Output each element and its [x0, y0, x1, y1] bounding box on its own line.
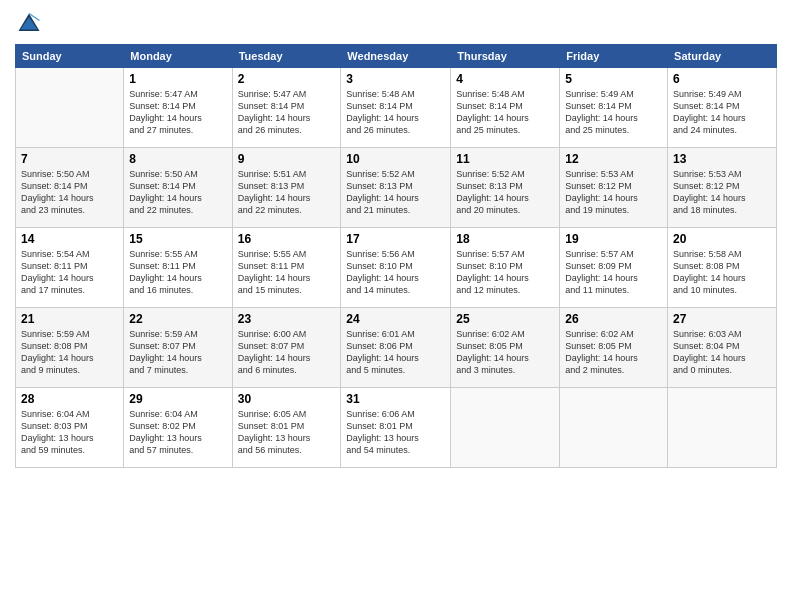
calendar-day-cell: 1Sunrise: 5:47 AMSunset: 8:14 PMDaylight…: [124, 68, 232, 148]
calendar-day-cell: 27Sunrise: 6:03 AMSunset: 8:04 PMDayligh…: [668, 308, 777, 388]
calendar-day-cell: 9Sunrise: 5:51 AMSunset: 8:13 PMDaylight…: [232, 148, 341, 228]
calendar-day-cell: 10Sunrise: 5:52 AMSunset: 8:13 PMDayligh…: [341, 148, 451, 228]
day-number: 28: [21, 392, 118, 406]
calendar-day-cell: 30Sunrise: 6:05 AMSunset: 8:01 PMDayligh…: [232, 388, 341, 468]
calendar-day-cell: [16, 68, 124, 148]
day-number: 12: [565, 152, 662, 166]
day-number: 7: [21, 152, 118, 166]
weekday-header-cell: Wednesday: [341, 45, 451, 68]
page-header: [15, 10, 777, 38]
day-info: Sunrise: 6:04 AMSunset: 8:03 PMDaylight:…: [21, 408, 118, 457]
calendar-day-cell: 20Sunrise: 5:58 AMSunset: 8:08 PMDayligh…: [668, 228, 777, 308]
day-number: 21: [21, 312, 118, 326]
day-info: Sunrise: 5:57 AMSunset: 8:10 PMDaylight:…: [456, 248, 554, 297]
day-number: 8: [129, 152, 226, 166]
calendar-day-cell: 21Sunrise: 5:59 AMSunset: 8:08 PMDayligh…: [16, 308, 124, 388]
calendar-day-cell: 23Sunrise: 6:00 AMSunset: 8:07 PMDayligh…: [232, 308, 341, 388]
calendar-day-cell: 2Sunrise: 5:47 AMSunset: 8:14 PMDaylight…: [232, 68, 341, 148]
weekday-header-cell: Saturday: [668, 45, 777, 68]
calendar-day-cell: 28Sunrise: 6:04 AMSunset: 8:03 PMDayligh…: [16, 388, 124, 468]
day-info: Sunrise: 6:01 AMSunset: 8:06 PMDaylight:…: [346, 328, 445, 377]
day-info: Sunrise: 6:04 AMSunset: 8:02 PMDaylight:…: [129, 408, 226, 457]
day-info: Sunrise: 5:50 AMSunset: 8:14 PMDaylight:…: [129, 168, 226, 217]
day-info: Sunrise: 6:00 AMSunset: 8:07 PMDaylight:…: [238, 328, 336, 377]
day-number: 26: [565, 312, 662, 326]
day-number: 17: [346, 232, 445, 246]
day-info: Sunrise: 5:51 AMSunset: 8:13 PMDaylight:…: [238, 168, 336, 217]
day-number: 27: [673, 312, 771, 326]
day-info: Sunrise: 6:03 AMSunset: 8:04 PMDaylight:…: [673, 328, 771, 377]
day-number: 15: [129, 232, 226, 246]
day-info: Sunrise: 5:52 AMSunset: 8:13 PMDaylight:…: [346, 168, 445, 217]
calendar-day-cell: 24Sunrise: 6:01 AMSunset: 8:06 PMDayligh…: [341, 308, 451, 388]
calendar-day-cell: 16Sunrise: 5:55 AMSunset: 8:11 PMDayligh…: [232, 228, 341, 308]
calendar-day-cell: 12Sunrise: 5:53 AMSunset: 8:12 PMDayligh…: [560, 148, 668, 228]
calendar-day-cell: 3Sunrise: 5:48 AMSunset: 8:14 PMDaylight…: [341, 68, 451, 148]
calendar-day-cell: [451, 388, 560, 468]
calendar-week-row: 21Sunrise: 5:59 AMSunset: 8:08 PMDayligh…: [16, 308, 777, 388]
calendar-day-cell: [668, 388, 777, 468]
calendar-day-cell: 19Sunrise: 5:57 AMSunset: 8:09 PMDayligh…: [560, 228, 668, 308]
day-number: 23: [238, 312, 336, 326]
day-number: 29: [129, 392, 226, 406]
day-info: Sunrise: 5:49 AMSunset: 8:14 PMDaylight:…: [673, 88, 771, 137]
day-info: Sunrise: 5:55 AMSunset: 8:11 PMDaylight:…: [129, 248, 226, 297]
weekday-header-cell: Sunday: [16, 45, 124, 68]
day-info: Sunrise: 5:49 AMSunset: 8:14 PMDaylight:…: [565, 88, 662, 137]
day-info: Sunrise: 5:59 AMSunset: 8:07 PMDaylight:…: [129, 328, 226, 377]
weekday-header-cell: Thursday: [451, 45, 560, 68]
calendar-day-cell: 13Sunrise: 5:53 AMSunset: 8:12 PMDayligh…: [668, 148, 777, 228]
calendar-week-row: 28Sunrise: 6:04 AMSunset: 8:03 PMDayligh…: [16, 388, 777, 468]
calendar-body: 1Sunrise: 5:47 AMSunset: 8:14 PMDaylight…: [16, 68, 777, 468]
calendar-day-cell: 8Sunrise: 5:50 AMSunset: 8:14 PMDaylight…: [124, 148, 232, 228]
day-info: Sunrise: 5:59 AMSunset: 8:08 PMDaylight:…: [21, 328, 118, 377]
day-info: Sunrise: 5:53 AMSunset: 8:12 PMDaylight:…: [565, 168, 662, 217]
day-info: Sunrise: 5:58 AMSunset: 8:08 PMDaylight:…: [673, 248, 771, 297]
calendar-day-cell: 25Sunrise: 6:02 AMSunset: 8:05 PMDayligh…: [451, 308, 560, 388]
day-info: Sunrise: 5:54 AMSunset: 8:11 PMDaylight:…: [21, 248, 118, 297]
day-info: Sunrise: 5:52 AMSunset: 8:13 PMDaylight:…: [456, 168, 554, 217]
day-number: 3: [346, 72, 445, 86]
calendar-day-cell: 15Sunrise: 5:55 AMSunset: 8:11 PMDayligh…: [124, 228, 232, 308]
day-info: Sunrise: 6:02 AMSunset: 8:05 PMDaylight:…: [456, 328, 554, 377]
calendar-day-cell: 5Sunrise: 5:49 AMSunset: 8:14 PMDaylight…: [560, 68, 668, 148]
calendar-table: SundayMondayTuesdayWednesdayThursdayFrid…: [15, 44, 777, 468]
day-info: Sunrise: 5:50 AMSunset: 8:14 PMDaylight:…: [21, 168, 118, 217]
day-number: 6: [673, 72, 771, 86]
day-info: Sunrise: 5:55 AMSunset: 8:11 PMDaylight:…: [238, 248, 336, 297]
day-info: Sunrise: 5:48 AMSunset: 8:14 PMDaylight:…: [346, 88, 445, 137]
weekday-header-cell: Friday: [560, 45, 668, 68]
day-info: Sunrise: 6:05 AMSunset: 8:01 PMDaylight:…: [238, 408, 336, 457]
day-number: 11: [456, 152, 554, 166]
calendar-day-cell: 4Sunrise: 5:48 AMSunset: 8:14 PMDaylight…: [451, 68, 560, 148]
day-number: 4: [456, 72, 554, 86]
day-number: 30: [238, 392, 336, 406]
calendar-day-cell: 14Sunrise: 5:54 AMSunset: 8:11 PMDayligh…: [16, 228, 124, 308]
day-number: 13: [673, 152, 771, 166]
calendar-day-cell: 26Sunrise: 6:02 AMSunset: 8:05 PMDayligh…: [560, 308, 668, 388]
day-number: 5: [565, 72, 662, 86]
day-number: 16: [238, 232, 336, 246]
calendar-day-cell: 7Sunrise: 5:50 AMSunset: 8:14 PMDaylight…: [16, 148, 124, 228]
day-number: 25: [456, 312, 554, 326]
day-number: 1: [129, 72, 226, 86]
calendar-week-row: 1Sunrise: 5:47 AMSunset: 8:14 PMDaylight…: [16, 68, 777, 148]
calendar-header-row: SundayMondayTuesdayWednesdayThursdayFrid…: [16, 45, 777, 68]
logo-icon: [15, 10, 43, 38]
day-number: 10: [346, 152, 445, 166]
day-number: 18: [456, 232, 554, 246]
calendar-day-cell: 22Sunrise: 5:59 AMSunset: 8:07 PMDayligh…: [124, 308, 232, 388]
calendar-day-cell: 31Sunrise: 6:06 AMSunset: 8:01 PMDayligh…: [341, 388, 451, 468]
day-number: 14: [21, 232, 118, 246]
day-number: 20: [673, 232, 771, 246]
day-number: 22: [129, 312, 226, 326]
day-number: 2: [238, 72, 336, 86]
calendar-week-row: 14Sunrise: 5:54 AMSunset: 8:11 PMDayligh…: [16, 228, 777, 308]
weekday-header-cell: Tuesday: [232, 45, 341, 68]
calendar-day-cell: 11Sunrise: 5:52 AMSunset: 8:13 PMDayligh…: [451, 148, 560, 228]
calendar-day-cell: 17Sunrise: 5:56 AMSunset: 8:10 PMDayligh…: [341, 228, 451, 308]
day-info: Sunrise: 5:48 AMSunset: 8:14 PMDaylight:…: [456, 88, 554, 137]
day-number: 19: [565, 232, 662, 246]
day-info: Sunrise: 5:57 AMSunset: 8:09 PMDaylight:…: [565, 248, 662, 297]
day-info: Sunrise: 5:47 AMSunset: 8:14 PMDaylight:…: [238, 88, 336, 137]
